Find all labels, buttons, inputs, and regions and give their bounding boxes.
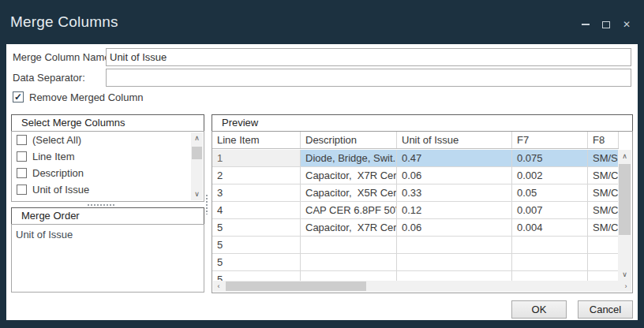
table-cell[interactable] [397,271,512,281]
column-header[interactable]: F8 [588,132,619,148]
table-cell[interactable]: SM/C [588,202,619,219]
table-cell[interactable]: 0.05 [512,184,588,202]
table-row[interactable]: 5Capacitor, X7R Cer...0.060.004SM/C [212,219,619,237]
table-cell[interactable]: 2 [212,167,301,184]
column-header[interactable]: Line Item [212,132,301,148]
select-merge-columns-items: (Select All)Line ItemDescriptionUnit of … [12,132,192,202]
remove-merged-column-label: Remove Merged Column [29,91,144,103]
table-cell[interactable]: 5 [212,237,301,254]
merge-column-option[interactable] [12,198,192,202]
checkbox-icon[interactable] [17,151,27,162]
table-cell[interactable]: 0.06 [397,219,512,237]
preview-horizontal-scrollbar[interactable]: ‹ › [213,281,631,292]
ok-button[interactable]: OK [511,300,567,319]
select-merge-columns-list: (Select All)Line ItemDescriptionUnit of … [11,131,204,202]
scroll-up-icon[interactable]: ∧ [618,151,631,162]
table-cell[interactable] [301,271,397,281]
table-cell[interactable]: 0.007 [512,202,588,219]
table-cell[interactable] [301,237,397,254]
table-cell[interactable] [588,254,619,271]
table-cell[interactable]: 0.12 [397,202,512,219]
close-button[interactable]: ✕ [620,19,633,30]
table-cell[interactable]: SM/C [588,167,619,184]
checkbox-icon[interactable] [17,184,27,195]
scrollbar-thumb[interactable] [226,281,366,291]
preview-grid: Line ItemDescriptionUnit of IssueF7F8 1D… [212,131,633,293]
table-row[interactable]: 5 [212,254,619,271]
scrollbar-thumb[interactable] [619,164,631,235]
preview-grid-columns: Line ItemDescriptionUnit of IssueF7F8 [212,132,619,149]
merge-column-name-input[interactable] [106,48,631,66]
table-row[interactable]: 5 [212,271,619,281]
scrollbar-thumb[interactable] [192,147,202,159]
column-header[interactable]: Unit of Issue [397,132,512,148]
table-cell[interactable]: 0.002 [512,167,588,184]
table-cell[interactable]: 5 [212,271,301,281]
table-cell[interactable] [588,271,619,281]
table-cell[interactable]: 4 [212,202,301,219]
table-cell[interactable]: 0.47 [397,150,512,167]
table-cell[interactable]: SM/S [588,150,619,167]
preview-header: Preview [212,114,633,132]
table-row[interactable]: 1Diode, Bridge, Swit...0.470.075SM/S [212,150,619,167]
remove-merged-column-checkbox[interactable]: ✓ [13,91,24,102]
merge-column-option[interactable]: Line Item [12,148,192,165]
scroll-left-icon[interactable]: ‹ [213,281,224,292]
column-header[interactable]: Description [301,132,397,148]
merge-column-option[interactable]: (Select All) [12,132,192,148]
merge-order-header: Merge Order [11,207,204,225]
minimize-icon [582,24,590,25]
table-cell[interactable]: 0.06 [397,167,512,184]
horizontal-splitter-grip[interactable] [87,203,115,207]
checkbox-icon[interactable] [17,135,27,145]
merge-column-option[interactable]: Description [12,165,192,181]
select-list-scrollbar[interactable]: ∧ ∨ [191,132,203,200]
table-cell[interactable]: 0.33 [397,184,512,202]
column-header[interactable]: F7 [512,132,588,148]
table-cell[interactable]: 5 [212,219,301,237]
table-row[interactable]: 3Capacitor, X5R Cer...0.330.05SM/C [212,184,619,202]
scroll-down-icon[interactable]: ∨ [618,269,631,281]
table-cell[interactable]: Capacitor, X5R Cer... [301,184,397,202]
table-cell[interactable] [397,254,512,271]
data-separator-label: Data Separator: [13,69,85,87]
table-row[interactable]: 5 [212,237,619,254]
preview-vertical-scrollbar[interactable]: ∧ ∨ [618,150,631,281]
table-cell[interactable]: 5 [212,254,301,271]
table-cell[interactable]: SM/C [588,219,619,237]
check-icon: ✓ [14,92,22,102]
table-cell[interactable]: SM/C [588,184,619,202]
scroll-up-icon[interactable]: ∧ [191,133,203,144]
data-separator-input[interactable] [106,69,631,87]
table-row[interactable]: 2Capacitor, X7R Cer...0.060.002SM/C [212,167,619,184]
table-cell[interactable]: 0.004 [512,219,588,237]
scroll-right-icon[interactable]: › [620,281,631,292]
merge-order-item[interactable]: Unit of Issue [12,225,204,240]
table-cell[interactable]: CAP CER 6.8PF 50V... [301,202,397,219]
table-cell[interactable]: 0.075 [512,150,588,167]
merge-column-option-label: Unit of Issue [32,184,89,196]
minimize-button[interactable] [579,19,592,30]
table-cell[interactable]: 3 [212,184,301,202]
scroll-down-icon[interactable]: ∨ [191,189,203,199]
table-cell[interactable]: Capacitor, X7R Cer... [301,219,397,237]
table-cell[interactable]: Capacitor, X7R Cer... [301,167,397,184]
table-cell[interactable] [301,254,397,271]
maximize-button[interactable] [600,19,612,30]
titlebar[interactable]: Merge Columns ✕ [0,0,644,44]
table-cell[interactable] [512,237,588,254]
table-cell[interactable] [512,271,588,281]
table-cell[interactable] [512,254,588,271]
table-row[interactable]: 4CAP CER 6.8PF 50V...0.120.007SM/C [212,202,619,219]
table-cell[interactable]: Diode, Bridge, Swit... [301,150,397,167]
remove-merged-column-row: ✓ Remove Merged Column [13,91,144,103]
checkbox-icon[interactable] [17,168,27,178]
table-cell[interactable]: 1 [212,150,301,167]
merge-column-option-label: Line Item [32,151,74,162]
cancel-button[interactable]: Cancel [578,300,633,319]
checkbox-icon[interactable] [17,201,27,202]
merge-column-option[interactable]: Unit of Issue [12,181,192,198]
vertical-splitter-grip[interactable] [205,194,208,214]
table-cell[interactable] [588,237,619,254]
table-cell[interactable] [397,237,512,254]
